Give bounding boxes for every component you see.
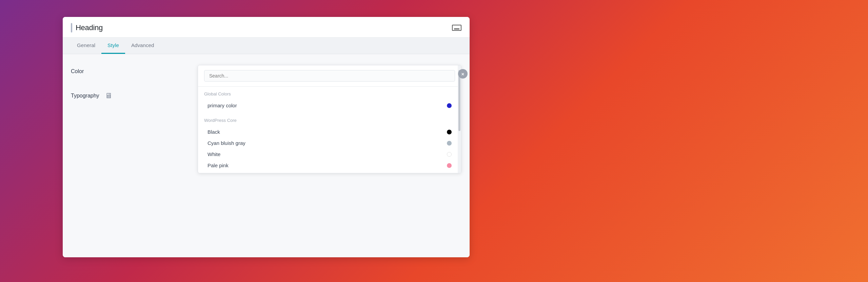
global-colors-title: Global Colors: [204, 90, 455, 98]
tab-general[interactable]: General: [71, 38, 101, 54]
search-bar: [198, 65, 461, 87]
white-color-label: White: [208, 151, 220, 157]
tab-advanced[interactable]: Advanced: [125, 38, 160, 54]
monitor-icon[interactable]: 🖥: [105, 91, 112, 100]
black-color-label: Black: [208, 129, 220, 135]
black-color-dot: [447, 130, 452, 134]
tabs-bar: General Style Advanced: [63, 38, 470, 54]
white-color-dot: [447, 152, 452, 157]
color-label: Color: [71, 68, 84, 74]
panel-title-bar: [71, 23, 72, 32]
global-colors-section: Global Colors primary color: [198, 87, 461, 113]
color-item-primary[interactable]: primary color: [204, 100, 455, 111]
close-icon: ×: [461, 71, 465, 77]
panel-header: Heading: [63, 17, 470, 38]
color-dropdown-wrapper: Global Colors primary color WordPress Co…: [198, 65, 461, 249]
wordpress-core-section: WordPress Core Black Cyan bluish gray Wh…: [198, 113, 461, 173]
color-item-cyan[interactable]: Cyan bluish gray: [204, 137, 455, 149]
panel-title-wrap: Heading: [71, 23, 103, 32]
color-setting-row: Color: [71, 68, 190, 74]
primary-color-dot: [447, 103, 452, 108]
panel-title: Heading: [76, 23, 103, 32]
scrollbar-thumb[interactable]: [458, 70, 460, 131]
color-item-black[interactable]: Black: [204, 126, 455, 137]
pale-pink-color-label: Pale pink: [208, 162, 229, 168]
settings-list: Color Typography 🖥: [71, 65, 190, 249]
panel-body: Color Typography 🖥 Global Colors primary…: [63, 54, 470, 257]
primary-color-label: primary color: [208, 103, 237, 108]
minimize-button[interactable]: [452, 25, 461, 31]
color-item-white[interactable]: White: [204, 149, 455, 160]
color-dropdown: Global Colors primary color WordPress Co…: [198, 65, 461, 173]
typography-label: Typography: [71, 93, 99, 99]
settings-panel: Heading General Style Advanced Color Typ…: [63, 17, 470, 257]
cyan-color-dot: [447, 141, 452, 146]
wordpress-core-title: WordPress Core: [204, 116, 455, 124]
close-button[interactable]: ×: [458, 69, 468, 79]
cyan-color-label: Cyan bluish gray: [208, 140, 245, 146]
scrollbar[interactable]: [458, 65, 461, 173]
tab-style[interactable]: Style: [101, 38, 125, 54]
pale-pink-color-dot: [447, 163, 452, 168]
search-input[interactable]: [204, 70, 455, 82]
color-item-pale-pink[interactable]: Pale pink: [204, 160, 455, 171]
minimize-icon: [454, 28, 459, 29]
typography-setting-row: Typography 🖥: [71, 91, 190, 100]
